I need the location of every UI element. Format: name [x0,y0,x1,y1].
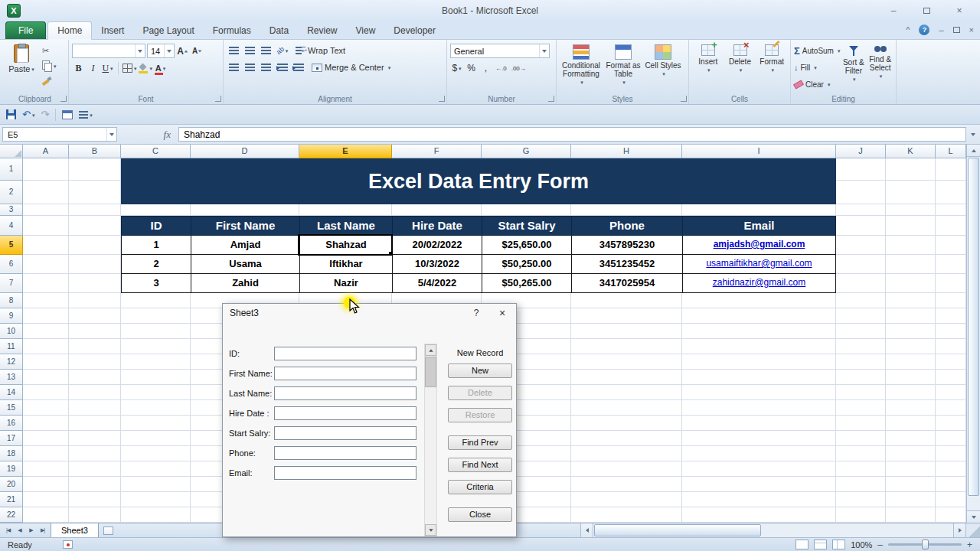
tab-file[interactable]: File [5,21,46,39]
row-header-3[interactable]: 3 [0,204,23,216]
row-header-18[interactable]: 18 [0,446,23,461]
field-input-email[interactable] [274,466,416,480]
tab-review[interactable]: Review [298,22,346,39]
underline-button[interactable]: U [101,61,114,75]
row-header-2[interactable]: 2 [0,181,23,204]
accounting-format-button[interactable]: $ [450,61,463,75]
email-link[interactable]: zahidnazir@gmail.com [682,274,836,293]
dialog-scrollbar-thumb[interactable] [425,357,436,387]
alignment-dialog-launcher-icon[interactable] [439,96,445,102]
close-button[interactable]: Close [448,507,512,522]
next-sheet-button[interactable]: ▶ [25,527,37,533]
align-left-button[interactable] [227,60,241,74]
table-cell[interactable]: 2 [121,255,191,274]
row-header-8[interactable]: 8 [0,293,23,308]
dialog-scroll-up-button[interactable] [425,344,436,356]
table-header-last-name[interactable]: Last Name [299,216,392,236]
row-header-16[interactable]: 16 [0,416,23,431]
field-input-start-salry[interactable] [274,426,416,440]
number-dialog-launcher-icon[interactable] [548,96,554,102]
tab-home[interactable]: Home [47,21,92,40]
window-close-button[interactable]: × [949,5,969,16]
macro-record-button[interactable] [63,540,73,549]
column-header-I[interactable]: I [682,145,836,158]
column-header-F[interactable]: F [392,145,482,158]
minimize-ribbon-button[interactable]: ^ [906,25,910,34]
row-header-19[interactable]: 19 [0,461,23,477]
scroll-right-button[interactable] [953,523,966,537]
table-cell[interactable]: $50,250.00 [482,255,571,274]
tab-developer[interactable]: Developer [384,22,445,39]
align-bottom-button[interactable] [259,44,273,57]
row-header-11[interactable]: 11 [0,339,23,354]
dialog-scrollbar[interactable] [424,344,437,536]
row-header-7[interactable]: 7 [0,274,23,293]
scroll-up-button[interactable] [967,145,980,157]
table-cell[interactable]: 3451235452 [571,255,682,274]
table-cell[interactable]: $50,265.00 [482,274,571,293]
table-cell[interactable]: 10/3/2022 [392,255,482,274]
redo-button[interactable]: ↷ [41,109,49,120]
row-header-9[interactable]: 9 [0,308,23,324]
delete-cells-button[interactable]: Delete [724,42,756,93]
new-button[interactable]: New [448,364,512,378]
active-cell-outline[interactable] [298,234,393,256]
decrease-decimal-button[interactable]: .00→ [510,61,528,75]
workbook-minimize-button[interactable]: – [939,25,943,34]
tab-data[interactable]: Data [260,22,298,39]
table-header-phone[interactable]: Phone [571,216,682,236]
expand-formula-bar-button[interactable] [966,133,980,136]
row-header-4[interactable]: 4 [0,216,23,236]
bold-button[interactable]: B [72,61,85,75]
row-header-6[interactable]: 6 [0,255,23,274]
save-button[interactable] [6,109,16,119]
find-next-button[interactable]: Find Next [448,458,512,472]
row-header-1[interactable]: 1 [0,158,23,181]
insert-cells-button[interactable]: Insert [692,42,724,93]
row-header-21[interactable]: 21 [0,492,23,507]
window-minimize-button[interactable]: – [884,5,903,16]
row-header-5[interactable]: 5 [0,236,23,255]
horizontal-scrollbar-thumb[interactable] [594,524,761,536]
vertical-scrollbar-thumb[interactable] [968,158,979,496]
italic-button[interactable]: I [87,61,100,75]
autosum-button[interactable]: ΣAutoSum [794,44,840,57]
worksheet-title[interactable]: Excel Data Entry Form [121,158,836,204]
field-input-first-name[interactable] [274,367,416,380]
horizontal-scrollbar[interactable] [593,523,953,537]
decrease-indent-button[interactable] [275,60,289,74]
field-input-hire-date[interactable] [274,406,416,420]
zoom-slider-thumb[interactable] [922,540,929,549]
align-right-button[interactable] [259,60,273,74]
cell-styles-button[interactable]: Cell Styles [644,42,682,93]
table-cell[interactable]: Usama [191,255,299,274]
fill-color-button[interactable] [139,61,153,75]
comma-style-button[interactable]: , [479,61,492,75]
find-select-button[interactable]: Find & Select [867,42,893,93]
normal-view-button[interactable] [795,540,808,549]
help-button[interactable]: ? [919,24,929,35]
workbook-close-button[interactable]: × [969,25,974,34]
row-header-15[interactable]: 15 [0,400,23,416]
last-sheet-button[interactable]: ▶| [37,527,48,533]
dialog-scroll-down-button[interactable] [425,524,436,536]
percent-style-button[interactable]: % [465,61,478,75]
column-header-L[interactable]: L [936,145,966,158]
copy-button[interactable] [42,59,62,72]
tab-view[interactable]: View [347,22,385,39]
vertical-scrollbar[interactable] [966,145,980,523]
previous-sheet-button[interactable]: ◀ [14,527,25,533]
dialog-close-button[interactable]: × [488,307,516,319]
zoom-in-button[interactable]: + [967,540,972,550]
table-header-start-salry[interactable]: Start Salry [482,216,571,236]
dialog-help-button[interactable]: ? [464,308,488,318]
email-link[interactable]: usamaiftikhar@gmail.com [682,255,836,274]
field-input-id[interactable] [274,347,416,360]
dialog-titlebar[interactable]: Sheet3 ? × [223,304,516,322]
row-header-13[interactable]: 13 [0,370,23,385]
format-as-table-button[interactable]: Format as Table [603,42,644,93]
tab-page-layout[interactable]: Page Layout [133,22,203,39]
format-cells-button[interactable]: Format [756,42,788,93]
table-header-first-name[interactable]: First Name [191,216,299,236]
increase-indent-button[interactable] [291,60,305,74]
